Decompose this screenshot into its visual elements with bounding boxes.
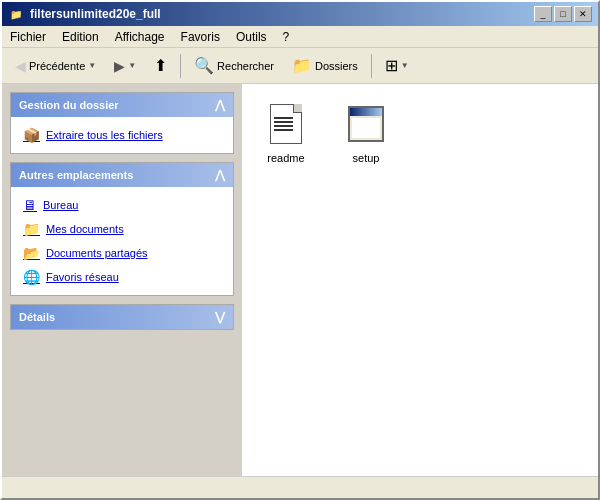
- toolbar-separator-2: [371, 54, 372, 78]
- gestion-collapse-icon: ⋀: [215, 98, 225, 112]
- favoris-reseau-label: Favoris réseau: [46, 271, 119, 283]
- txt-file-icon: [270, 104, 302, 144]
- sidebar-section-autres: Autres emplacements ⋀ 🖥 Bureau 📁 Mes doc…: [10, 162, 234, 296]
- folders-button[interactable]: 📁 Dossiers: [285, 52, 365, 79]
- back-arrow-icon: ◀: [15, 58, 26, 74]
- status-bar: [2, 476, 598, 498]
- bureau-icon: 🖥: [23, 197, 37, 213]
- sidebar-section-autres-title: Autres emplacements: [19, 169, 133, 181]
- sidebar-section-details: Détails ⋁: [10, 304, 234, 330]
- search-button[interactable]: 🔍 Rechercher: [187, 52, 281, 79]
- window-controls: _ □ ✕: [534, 6, 592, 22]
- sidebar-link-favoris-reseau[interactable]: 🌐 Favoris réseau: [19, 267, 225, 287]
- window-icon: 📁: [8, 6, 24, 22]
- readme-icon: [266, 100, 306, 148]
- title-bar: 📁 filtersunlimited20e_full _ □ ✕: [2, 2, 598, 26]
- file-item-readme[interactable]: readme: [254, 96, 318, 168]
- icon-line-4: [274, 129, 293, 131]
- sidebar-section-autres-header[interactable]: Autres emplacements ⋀: [11, 163, 233, 187]
- readme-label: readme: [267, 152, 304, 164]
- setup-icon-body: [352, 118, 380, 138]
- setup-label: setup: [353, 152, 380, 164]
- icon-line-3: [274, 125, 293, 127]
- search-label: Rechercher: [217, 60, 274, 72]
- menu-aide[interactable]: ?: [275, 28, 298, 46]
- sidebar-link-mes-docs[interactable]: 📁 Mes documents: [19, 219, 225, 239]
- mes-docs-icon: 📁: [23, 221, 40, 237]
- forward-arrow-icon: ▶: [114, 58, 125, 74]
- autres-collapse-icon: ⋀: [215, 168, 225, 182]
- search-icon: 🔍: [194, 56, 214, 75]
- sidebar-link-extraire[interactable]: 📦 Extraire tous les fichiers: [19, 125, 225, 145]
- menu-outils[interactable]: Outils: [228, 28, 275, 46]
- setup-file-icon: [348, 106, 384, 142]
- toolbar: ◀ Précédente ▼ ▶ ▼ ⬆ 🔍 Rechercher 📁 Doss…: [2, 48, 598, 84]
- minimize-button[interactable]: _: [534, 6, 552, 22]
- views-dropdown-icon: ▼: [401, 61, 409, 70]
- back-dropdown-icon: ▼: [88, 61, 96, 70]
- window: 📁 filtersunlimited20e_full _ □ ✕ Fichier…: [0, 0, 600, 500]
- setup-icon-titlebar: [350, 108, 382, 116]
- folders-icon: 📁: [292, 56, 312, 75]
- sidebar-section-gestion-header[interactable]: Gestion du dossier ⋀: [11, 93, 233, 117]
- file-area: readme setup: [242, 84, 598, 476]
- maximize-button[interactable]: □: [554, 6, 572, 22]
- sidebar: Gestion du dossier ⋀ 📦 Extraire tous les…: [2, 84, 242, 476]
- views-button[interactable]: ⊞ ▼: [378, 52, 416, 79]
- sidebar-link-bureau[interactable]: 🖥 Bureau: [19, 195, 225, 215]
- sidebar-section-gestion: Gestion du dossier ⋀ 📦 Extraire tous les…: [10, 92, 234, 154]
- setup-icon: [346, 100, 386, 148]
- close-button[interactable]: ✕: [574, 6, 592, 22]
- mes-docs-label: Mes documents: [46, 223, 124, 235]
- toolbar-separator-1: [180, 54, 181, 78]
- sidebar-section-autres-body: 🖥 Bureau 📁 Mes documents 📂 Documents par…: [11, 187, 233, 295]
- sidebar-section-gestion-body: 📦 Extraire tous les fichiers: [11, 117, 233, 153]
- details-collapse-icon: ⋁: [215, 310, 225, 324]
- menu-edition[interactable]: Edition: [54, 28, 107, 46]
- icon-line-2: [274, 121, 293, 123]
- extraire-label: Extraire tous les fichiers: [46, 129, 163, 141]
- sidebar-section-gestion-title: Gestion du dossier: [19, 99, 119, 111]
- folders-label: Dossiers: [315, 60, 358, 72]
- bureau-label: Bureau: [43, 199, 78, 211]
- favoris-reseau-icon: 🌐: [23, 269, 40, 285]
- back-label: Précédente: [29, 60, 85, 72]
- menu-affichage[interactable]: Affichage: [107, 28, 173, 46]
- refresh-button[interactable]: ⬆: [147, 52, 174, 79]
- menu-fichier[interactable]: Fichier: [2, 28, 54, 46]
- views-icon: ⊞: [385, 56, 398, 75]
- menu-bar: Fichier Edition Affichage Favoris Outils…: [2, 26, 598, 48]
- main-content: Gestion du dossier ⋀ 📦 Extraire tous les…: [2, 84, 598, 476]
- extraire-icon: 📦: [23, 127, 40, 143]
- sidebar-section-details-header[interactable]: Détails ⋁: [11, 305, 233, 329]
- refresh-icon: ⬆: [154, 56, 167, 75]
- docs-partages-icon: 📂: [23, 245, 40, 261]
- window-title: filtersunlimited20e_full: [30, 7, 528, 21]
- back-button[interactable]: ◀ Précédente ▼: [8, 54, 103, 78]
- docs-partages-label: Documents partagés: [46, 247, 148, 259]
- icon-line-1: [274, 117, 293, 119]
- sidebar-link-docs-partages[interactable]: 📂 Documents partagés: [19, 243, 225, 263]
- sidebar-section-details-title: Détails: [19, 311, 55, 323]
- file-item-setup[interactable]: setup: [334, 96, 398, 168]
- forward-dropdown-icon: ▼: [128, 61, 136, 70]
- forward-button[interactable]: ▶ ▼: [107, 54, 143, 78]
- menu-favoris[interactable]: Favoris: [173, 28, 228, 46]
